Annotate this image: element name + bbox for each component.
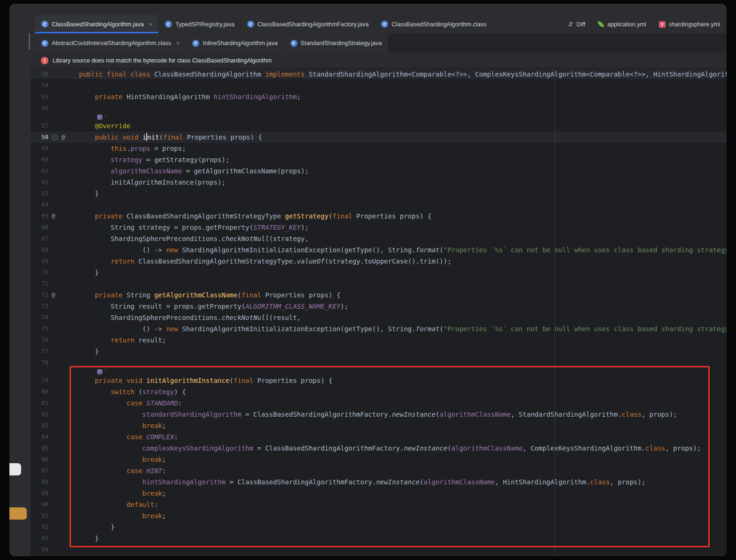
editor-tab[interactable]: CTypedSPIRegistry.java	[159, 15, 241, 33]
code-line[interactable]: 60 strategy = getStrategy(props);	[31, 154, 727, 165]
chevron-down-icon[interactable]: ˅	[104, 369, 107, 374]
inlay-hint-icon[interactable]	[97, 369, 102, 374]
gutter[interactable]: 81	[31, 397, 79, 409]
gutter[interactable]: 77	[31, 346, 79, 357]
gutter[interactable]: 75	[31, 323, 79, 334]
tool-window-button[interactable]	[9, 463, 21, 475]
code-line[interactable]: 67 ShardingSpherePreconditions.checkNotN…	[31, 233, 727, 244]
editor-tab[interactable]: CClassBasedShardingAlgorithmFactory.java	[241, 15, 376, 33]
code-line[interactable]: 93 }	[31, 533, 727, 544]
code-line[interactable]: 86 break;	[31, 454, 727, 465]
gutter[interactable]: 74	[31, 312, 79, 323]
code-line[interactable]: 73 String result = props.getProperty(ALG…	[31, 301, 727, 312]
editor-tab[interactable]: CStandardShardingStrategy.java	[284, 34, 389, 53]
gutter[interactable]: 71	[31, 278, 79, 289]
gutter[interactable]: 94	[31, 544, 79, 555]
gutter[interactable]: 61	[31, 165, 79, 177]
close-tab-icon[interactable]: ×	[176, 40, 180, 47]
code-line[interactable]: 69 return ClassBasedShardingAlgorithmStr…	[31, 256, 727, 267]
code-line[interactable]: 94	[31, 544, 727, 555]
gutter[interactable]: 54	[31, 80, 79, 91]
code-line[interactable]: 55 private HintShardingAlgorithm hintSha…	[31, 91, 727, 102]
gutter[interactable]: 79	[31, 375, 79, 386]
gutter[interactable]: 62	[31, 177, 79, 188]
gutter[interactable]: 87	[31, 465, 79, 476]
annotation-icon[interactable]: @	[62, 132, 65, 143]
code-line[interactable]: 85 complexKeysShardingAlgorithm = ClassB…	[31, 443, 727, 454]
gutter[interactable]: 38	[31, 69, 79, 80]
code-line[interactable]: 84 case COMPLEX:	[31, 431, 727, 443]
overrides-icon[interactable]: ↑	[52, 134, 58, 140]
sticky-class-declaration[interactable]: 38public final class ClassBasedShardingA…	[31, 69, 727, 80]
stripe-scroll-indicator[interactable]	[29, 33, 30, 50]
annotation-icon[interactable]: @	[52, 210, 55, 222]
gutter[interactable]: 78	[31, 357, 79, 368]
code-line[interactable]: 54	[31, 80, 727, 91]
gutter[interactable]: 60	[31, 154, 79, 165]
gutter[interactable]: 70	[31, 267, 79, 278]
gutter[interactable]: 80	[31, 386, 79, 397]
annotation-icon[interactable]: @	[52, 289, 55, 301]
code-line[interactable]: 65@ private ClassBasedShardingAlgorithmS…	[31, 210, 727, 222]
editor-tab[interactable]: Yshardingsphere.yml	[653, 15, 727, 33]
gutter[interactable]: 63	[31, 188, 79, 199]
code-line[interactable]: 75 () -> new ShardingAlgorithmInitializa…	[31, 323, 727, 334]
gutter[interactable]: 66	[31, 222, 79, 233]
gutter[interactable]: 93	[31, 533, 79, 544]
gutter[interactable]: 72@	[31, 289, 79, 301]
code-line[interactable]: 77 }	[31, 346, 727, 357]
gutter[interactable]: 88	[31, 476, 79, 488]
editor-tab[interactable]: CClassBasedShardingAlgorithm.class	[375, 15, 493, 33]
gutter[interactable]: 57	[31, 120, 79, 132]
gutter[interactable]: 73	[31, 301, 79, 312]
code-line[interactable]: 80 switch (strategy) {	[31, 386, 727, 397]
gutter[interactable]: 84	[31, 431, 79, 443]
gutter[interactable]: 56	[31, 102, 79, 114]
gutter[interactable]: 68	[31, 244, 79, 256]
code-line[interactable]: 83 break;	[31, 420, 727, 431]
gutter[interactable]: 55	[31, 91, 79, 102]
editor-tab[interactable]: application.yml	[592, 15, 653, 33]
gutter[interactable]: 83	[31, 420, 79, 431]
code-line[interactable]: 92 }	[31, 521, 727, 533]
gutter[interactable]: 85	[31, 443, 79, 454]
code-line[interactable]: 89 break;	[31, 488, 727, 499]
code-line[interactable]: 56	[31, 102, 727, 114]
code-line[interactable]: 58↑@ public void init(final Properties p…	[31, 132, 727, 143]
notification-badge[interactable]	[9, 507, 27, 520]
code-line[interactable]: 91 break;	[31, 510, 727, 521]
code-line[interactable]: 68 () -> new ShardingAlgorithmInitializa…	[31, 244, 727, 256]
inlay-hint-icon[interactable]	[97, 115, 102, 120]
code-line[interactable]: 76 return result;	[31, 334, 727, 346]
gutter[interactable]: 59	[31, 143, 79, 154]
code-line[interactable]: 62 initAlgorithmInstance(props);	[31, 177, 727, 188]
code-line[interactable]: 70 }	[31, 267, 727, 278]
editor-tab[interactable]: CInlineShardingAlgorithm.java	[186, 34, 284, 53]
code-line[interactable]: 64	[31, 199, 727, 210]
gutter[interactable]: 86	[31, 454, 79, 465]
code-line[interactable]: 74 ShardingSpherePreconditions.checkNotN…	[31, 312, 727, 323]
chevron-down-icon[interactable]: ˅	[104, 115, 107, 120]
code-line[interactable]: 61 algorithmClassName = getAlgorithmClas…	[31, 165, 727, 177]
close-tab-icon[interactable]: ×	[149, 21, 152, 28]
code-line[interactable]: 57 @Override	[31, 120, 727, 132]
code-line[interactable]: 88 hintShardingAlgorithm = ClassBasedSha…	[31, 476, 727, 488]
code-line[interactable]: 66 String strategy = props.getProperty(S…	[31, 222, 727, 233]
gutter[interactable]: 64	[31, 199, 79, 210]
gutter[interactable]: 82	[31, 409, 79, 420]
code-line[interactable]: 79 private void initAlgorithmInstance(fi…	[31, 375, 727, 386]
gutter[interactable]: 76	[31, 334, 79, 346]
code-line[interactable]: 90 default:	[31, 499, 727, 510]
code-line[interactable]: 72@ private String getAlgorithmClassName…	[31, 289, 727, 301]
editor-tab[interactable]: CClassBasedShardingAlgorithm.java×	[35, 15, 159, 33]
code-line[interactable]: 81 case STANDARD:	[31, 397, 727, 409]
gutter[interactable]: 92	[31, 521, 79, 533]
gutter[interactable]: 69	[31, 256, 79, 267]
gutter[interactable]: 67	[31, 233, 79, 244]
code-line[interactable]: 63 }	[31, 188, 727, 199]
code-line[interactable]: 78	[31, 357, 727, 368]
gutter[interactable]: 91	[31, 510, 79, 521]
code-line[interactable]: 82 standardShardingAlgorithm = ClassBase…	[31, 409, 727, 420]
sticky-code-line[interactable]: 38public final class ClassBasedShardingA…	[31, 69, 727, 80]
gutter[interactable]: 65@	[31, 210, 79, 222]
